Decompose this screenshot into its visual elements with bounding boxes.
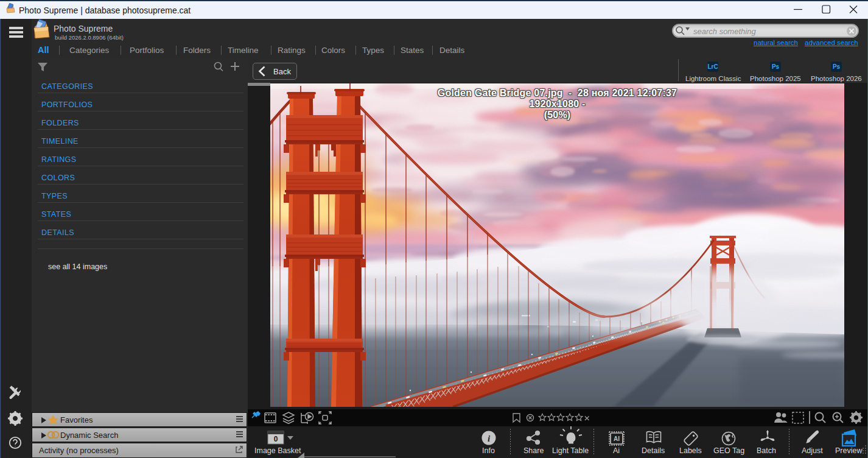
svg-text:AI: AI <box>614 435 620 442</box>
svg-text:0: 0 <box>274 435 278 443</box>
